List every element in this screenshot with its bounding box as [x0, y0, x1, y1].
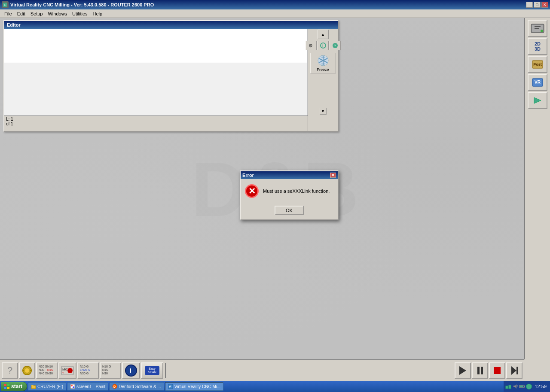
dialog-title-text: Error [242, 173, 254, 178]
svg-rect-67 [506, 386, 508, 389]
transport-pause-button[interactable] [472, 362, 488, 379]
toolbar-code-button[interactable]: N20 S N30 N40 X N16 N1S N30 [36, 362, 58, 379]
menu-edit[interactable]: Edit [15, 10, 28, 17]
svg-point-17 [541, 30, 543, 32]
security-icon [526, 383, 532, 389]
start-label: start [11, 383, 22, 389]
editor-title-bar[interactable]: Editor [4, 21, 338, 29]
editor-scroll-up[interactable]: ▲ [318, 30, 329, 39]
right-btn-vr[interactable]: VR [528, 74, 547, 91]
svg-marker-22 [534, 97, 541, 103]
stop-icon [494, 367, 501, 374]
editor-line: L: 1 [6, 117, 306, 122]
dialog-footer: OK [241, 203, 338, 219]
svg-text:i: i [130, 367, 131, 374]
transport-play-button[interactable] [455, 362, 471, 379]
toolbar-help-button[interactable]: ? [2, 362, 18, 379]
taskbar-cnc-label: Virtual Reality CNC Mi... [174, 384, 221, 389]
svg-rect-73 [524, 386, 525, 387]
taskbar-item-denford[interactable]: D Denford Software & ... [109, 382, 164, 391]
editor-top-area [4, 29, 308, 63]
svg-text:Post: Post [533, 62, 542, 67]
windows-logo-icon [4, 383, 10, 389]
folder-icon [31, 384, 36, 389]
svg-text:N16: N16 [47, 365, 53, 368]
denford-icon: D [112, 384, 117, 389]
menu-setup[interactable]: Setup [28, 10, 46, 17]
svg-point-62 [73, 386, 74, 388]
workspace: D&B Editor L: 1 of 1 ▲ [0, 18, 550, 359]
svg-rect-55 [7, 384, 9, 386]
svg-marker-69 [513, 384, 516, 389]
network-icon [505, 383, 511, 389]
right-btn-2d3d[interactable]: 2D 3D [528, 38, 547, 55]
svg-rect-72 [520, 386, 523, 387]
menu-file[interactable]: File [2, 10, 15, 17]
toolbar-code3-button[interactable]: N18 G N1S N30 [100, 362, 121, 379]
svg-text:C: C [4, 3, 6, 7]
toolbar-code2-button[interactable]: N10 G LN20 S N30 G [77, 362, 99, 379]
taskbar-item-cruzer[interactable]: CRUZER (F:) [28, 382, 66, 391]
transport-stop-button[interactable] [489, 362, 505, 379]
svg-rect-59 [31, 385, 34, 386]
svg-rect-57 [7, 387, 9, 389]
editor-scroll-down[interactable]: ▼ [320, 108, 327, 115]
app-icon: C [2, 1, 9, 8]
svg-text:N20 S: N20 S [39, 365, 47, 368]
editor-ctrl-1[interactable]: ⚙ [306, 41, 317, 50]
svg-text:⚙: ⚙ [309, 43, 313, 48]
svg-point-61 [71, 385, 73, 386]
taskbar-right: 12:59 [504, 381, 550, 392]
svg-text:N40 X: N40 X [39, 372, 47, 375]
play-icon [459, 366, 466, 375]
pause-icon [477, 367, 483, 374]
toolbar-easyscan-button[interactable]: Easy SCAN [141, 362, 163, 379]
editor-ctrl-3[interactable]: ? [330, 41, 341, 50]
svg-rect-56 [4, 387, 6, 389]
minimize-button[interactable]: ─ [526, 2, 533, 8]
toolbar-m01-button[interactable]: M01 ? [58, 362, 76, 379]
menu-windows[interactable]: Windows [45, 10, 70, 17]
svg-text:i: i [322, 44, 323, 48]
right-btn-cnc[interactable] [528, 20, 547, 37]
editor-ctrl-2[interactable]: i [318, 41, 329, 50]
right-btn-execute[interactable] [528, 92, 547, 109]
svg-line-70 [517, 385, 518, 386]
transport-step-button[interactable] [506, 362, 522, 379]
error-icon: ✕ [245, 184, 259, 198]
svg-text:LN20 S: LN20 S [80, 368, 90, 371]
step-icon [511, 366, 518, 375]
ok-button[interactable]: OK [275, 206, 304, 215]
editor-right-panel: ▲ ⚙ i [308, 29, 338, 131]
right-btn-post[interactable]: Post [528, 56, 547, 73]
dialog-close-button[interactable]: ✕ [330, 173, 336, 178]
taskbar-paint-label: screen1 - Paint [76, 384, 105, 389]
svg-text:V: V [169, 385, 171, 388]
taskbar-item-cnc[interactable]: V Virtual Reality CNC Mi... [165, 382, 224, 391]
svg-text:?: ? [334, 44, 336, 48]
svg-rect-60 [70, 384, 75, 389]
svg-text:N10 G: N10 G [80, 365, 89, 368]
freeze-button[interactable]: Freeze [310, 53, 336, 73]
maximize-button[interactable]: □ [534, 2, 541, 8]
svg-text:N1S: N1S [102, 368, 108, 371]
title-bar: C Virtual Reality CNC Milling - Ver: 5.4… [0, 0, 550, 9]
svg-text:SCAN: SCAN [148, 371, 156, 374]
freeze-label: Freeze [317, 67, 329, 72]
svg-text:N30: N30 [102, 372, 108, 375]
toolbar-settings-button[interactable] [19, 362, 35, 379]
toolbar-separator-1 [165, 363, 166, 378]
taskbar-item-paint[interactable]: screen1 - Paint [67, 382, 108, 391]
editor-window: Editor L: 1 of 1 ▲ [3, 20, 339, 132]
menu-utilities[interactable]: Utilities [70, 10, 90, 17]
taskbar: start CRUZER (F:) screen1 - Paint D Denf… [0, 381, 550, 392]
menu-help[interactable]: Help [90, 10, 105, 17]
toolbar-info-button[interactable]: i [122, 362, 140, 379]
svg-rect-68 [509, 385, 511, 389]
svg-text:D: D [113, 385, 116, 388]
start-button[interactable]: start [1, 382, 27, 391]
svg-text:N30: N30 [39, 368, 44, 371]
svg-text:N18 G: N18 G [102, 365, 111, 368]
paint-icon [70, 384, 75, 389]
close-button[interactable]: ✕ [541, 2, 548, 8]
